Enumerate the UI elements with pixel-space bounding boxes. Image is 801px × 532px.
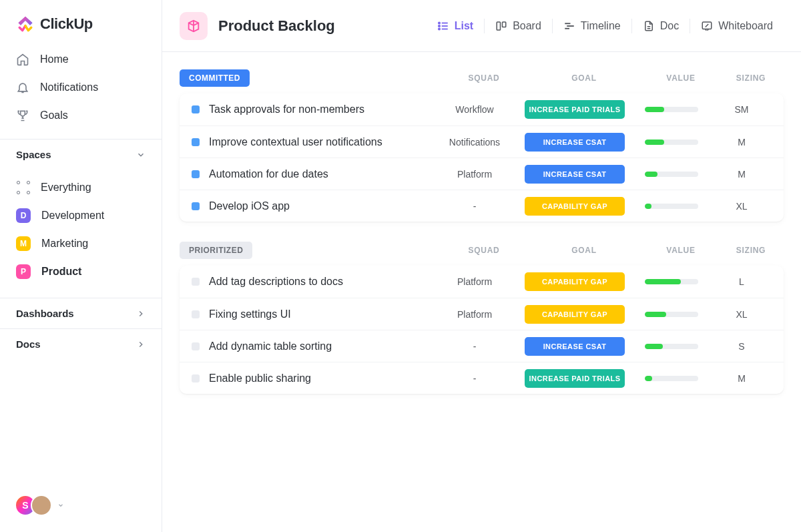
docs-header[interactable]: Docs	[0, 328, 162, 359]
nav-item-home[interactable]: Home	[7, 45, 155, 73]
task-squad: -	[431, 201, 518, 212]
view-tab-whiteboard[interactable]: Whiteboard	[690, 15, 784, 37]
space-item-development[interactable]: D Development	[8, 202, 154, 230]
space-color-icon: P	[16, 264, 31, 279]
task-status-icon	[192, 138, 200, 146]
list-icon	[437, 20, 449, 32]
space-label: Development	[41, 210, 104, 222]
view-tab-list[interactable]: List	[427, 15, 484, 37]
task-sizing: M	[712, 137, 772, 148]
svg-point-5	[439, 28, 440, 29]
timeline-icon	[563, 20, 575, 32]
goal-badge[interactable]: CAPABILITY GAP	[525, 197, 625, 216]
logo[interactable]: ClickUp	[0, 0, 162, 45]
task-squad: -	[431, 373, 518, 384]
task-row[interactable]: Task approvals for non-members Workflow …	[180, 93, 784, 125]
task-row[interactable]: Improve contextual user notifications No…	[180, 125, 784, 158]
task-name: Task approvals for non-members	[209, 103, 364, 115]
bell-icon	[16, 81, 29, 94]
col-header-value: VALUE	[641, 73, 721, 83]
group-status-pill[interactable]: COMMITTED	[180, 69, 250, 87]
home-icon	[16, 53, 29, 66]
task-status-icon	[192, 374, 200, 382]
task-row[interactable]: Fixing settings UI Platform CAPABILITY G…	[180, 298, 784, 330]
group-status-pill[interactable]: PRIORITIZED	[180, 242, 252, 259]
value-progress	[631, 140, 712, 145]
everything-label: Everything	[41, 182, 91, 194]
task-status-icon	[192, 170, 200, 178]
goal-badge[interactable]: INCREASE PAID TRIALS	[525, 369, 625, 388]
task-name: Fixing settings UI	[209, 308, 291, 320]
task-row[interactable]: Develop iOS app - CAPABILITY GAP XL	[180, 190, 784, 222]
primary-nav: Home Notifications Goals	[0, 45, 162, 139]
nav-item-notifications[interactable]: Notifications	[7, 73, 155, 101]
task-sizing: XL	[712, 201, 772, 212]
svg-rect-7	[503, 22, 506, 27]
col-header-squad: SQUAD	[441, 73, 527, 83]
user-avatars[interactable]: S	[0, 483, 162, 532]
space-item-marketing[interactable]: M Marketing	[8, 230, 154, 258]
col-header-goal: GOAL	[527, 246, 641, 255]
dashboards-header[interactable]: Dashboards	[0, 298, 162, 328]
col-header-squad: SQUAD	[441, 246, 527, 255]
group-header: PRIORITIZED SQUAD GOAL VALUE SIZING	[180, 242, 784, 259]
goal-badge[interactable]: INCREASE CSAT	[525, 165, 625, 184]
task-name: Add tag descriptions to docs	[209, 276, 343, 288]
task-squad: Platform	[431, 309, 518, 320]
goal-badge[interactable]: INCREASE CSAT	[525, 133, 625, 152]
main: Product Backlog List Board Timeline Doc …	[162, 0, 801, 532]
task-sizing: L	[712, 276, 772, 287]
view-tab-doc[interactable]: Doc	[632, 15, 690, 37]
task-row[interactable]: Automation for due dates Platform INCREA…	[180, 158, 784, 190]
task-row[interactable]: Enable public sharing - INCREASE PAID TR…	[180, 362, 784, 394]
goal-badge[interactable]: INCREASE CSAT	[525, 337, 625, 356]
space-item-everything[interactable]: Everything	[8, 174, 154, 202]
goal-badge[interactable]: CAPABILITY GAP	[525, 305, 625, 324]
svg-point-3	[439, 22, 440, 23]
goal-badge[interactable]: INCREASE PAID TRIALS	[525, 100, 625, 119]
task-squad: Notifications	[431, 137, 518, 148]
value-progress	[631, 344, 712, 349]
topbar: Product Backlog List Board Timeline Doc …	[162, 0, 801, 52]
docs-label: Docs	[16, 338, 41, 350]
view-tab-timeline[interactable]: Timeline	[553, 15, 631, 37]
space-color-icon: D	[16, 208, 31, 223]
task-row[interactable]: Add tag descriptions to docs Platform CA…	[180, 266, 784, 298]
everything-icon	[17, 181, 30, 194]
task-row[interactable]: Add dynamic table sorting - INCREASE CSA…	[180, 330, 784, 362]
view-tab-label: Timeline	[581, 20, 621, 32]
value-progress	[631, 279, 712, 284]
goal-badge[interactable]: CAPABILITY GAP	[525, 272, 625, 291]
brand-name: ClickUp	[40, 15, 93, 33]
view-tab-board[interactable]: Board	[485, 15, 552, 37]
space-label: Marketing	[41, 238, 88, 250]
content: COMMITTED SQUAD GOAL VALUE SIZING Task a…	[162, 52, 801, 532]
task-name: Add dynamic table sorting	[209, 340, 332, 352]
col-header-goal: GOAL	[527, 73, 641, 83]
nav-item-goals[interactable]: Goals	[7, 101, 155, 129]
value-progress	[631, 172, 712, 177]
board-icon	[495, 20, 507, 32]
col-header-value: VALUE	[641, 246, 721, 255]
page-title: Product Backlog	[218, 17, 335, 35]
task-sizing: SM	[712, 104, 772, 115]
task-status-icon	[192, 202, 200, 210]
dashboards-label: Dashboards	[16, 308, 74, 319]
task-name: Automation for due dates	[209, 168, 328, 180]
sidebar: ClickUp Home Notifications Goals Spaces	[0, 0, 162, 532]
view-tab-label: Board	[513, 20, 541, 32]
task-sizing: S	[712, 341, 772, 352]
task-name: Enable public sharing	[209, 372, 311, 384]
avatar[interactable]	[31, 495, 52, 516]
chevron-right-icon	[136, 340, 146, 349]
col-header-sizing: SIZING	[721, 73, 781, 83]
space-list: Everything D Development M Marketing P P…	[0, 170, 162, 298]
view-tab-label: Doc	[660, 20, 679, 32]
task-sizing: M	[712, 373, 772, 384]
col-header-sizing: SIZING	[721, 246, 781, 255]
group-header: COMMITTED SQUAD GOAL VALUE SIZING	[180, 69, 784, 87]
spaces-header[interactable]: Spaces	[0, 139, 162, 170]
space-item-product[interactable]: P Product	[8, 258, 154, 286]
task-sizing: XL	[712, 309, 772, 320]
value-progress	[631, 204, 712, 209]
